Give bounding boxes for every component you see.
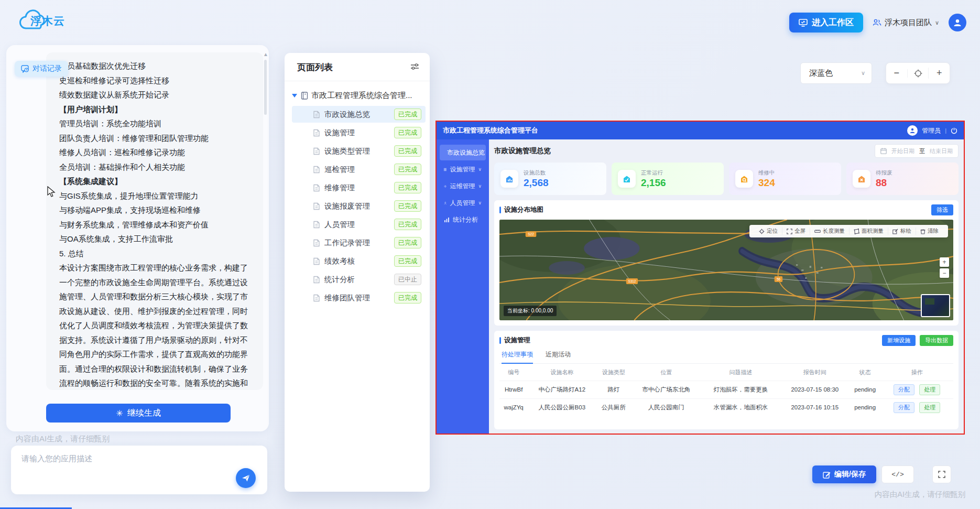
document-icon: [313, 257, 320, 265]
table-header-cell: 报告时间: [780, 365, 850, 381]
page-list-item[interactable]: 统计分析 已中止: [292, 271, 426, 288]
document-icon: [313, 239, 320, 247]
sidebar-item-facility[interactable]: 设施管理 ∨: [440, 161, 486, 177]
export-data-button[interactable]: 导出数据: [920, 335, 953, 346]
facility-map[interactable]: S22 S312 56 定位: [499, 220, 953, 320]
assign-button[interactable]: 分配: [894, 402, 914, 413]
page-list-item[interactable]: 绩效考核 已完成: [292, 253, 426, 269]
map-tool-plot[interactable]: 标绘: [888, 228, 916, 235]
continue-generate-label: 继续生成: [127, 408, 161, 419]
status-badge: 已完成: [394, 219, 421, 230]
ai-message-line: 【系统集成建议】: [59, 174, 254, 189]
status-badge: 已完成: [394, 109, 421, 120]
enter-workspace-button[interactable]: 进入工作区: [789, 13, 863, 33]
sparkle-icon: ✳: [116, 408, 123, 418]
chat-history-badge[interactable]: 对话记录: [15, 61, 68, 77]
page-list-item[interactable]: 设施报废管理 已完成: [292, 198, 426, 214]
app-stage: 浮木云 进入工作区 浮木项目团队 ∨: [0, 0, 980, 509]
map-filter-button[interactable]: 筛选: [931, 204, 953, 215]
page-list-item[interactable]: 巡检管理 已完成: [292, 161, 426, 178]
prompt-input[interactable]: [11, 446, 267, 494]
zoom-in-button[interactable]: +: [928, 68, 950, 79]
scrollbar-up-arrow[interactable]: ▲: [263, 51, 268, 57]
cell-type: 路灯: [596, 381, 631, 398]
page-list-title: 页面列表: [297, 61, 333, 73]
edit-icon: [823, 471, 831, 479]
panel-adjust-icon[interactable]: [410, 63, 419, 72]
map-tool-clear[interactable]: 清除: [916, 228, 943, 235]
page-list-panel: 页面列表 市政工程管理系统综合管理..: [285, 53, 430, 492]
map-zoom-in-button[interactable]: +: [940, 257, 949, 267]
user-avatar[interactable]: [949, 14, 966, 31]
preview-avatar[interactable]: [907, 125, 918, 136]
view-code-button[interactable]: </>: [881, 465, 914, 483]
zoom-out-button[interactable]: −: [886, 68, 907, 79]
sidebar-item-overview[interactable]: 市政设施总览: [440, 145, 486, 160]
assign-button[interactable]: 分配: [894, 384, 914, 395]
theme-select[interactable]: 深蓝色 ∨: [800, 62, 872, 84]
facility-scrap-icon: [853, 170, 870, 188]
handle-button[interactable]: 处理: [919, 402, 940, 413]
sidebar-item-operations[interactable]: 运维管理 ∨: [440, 178, 486, 194]
handle-button[interactable]: 处理: [919, 384, 940, 395]
calendar-icon: [880, 148, 887, 154]
stat-label: 正常运行: [641, 169, 666, 177]
tab-pending-items[interactable]: 待处理事项: [502, 350, 533, 364]
stat-card-scrap: 待报废 88: [846, 163, 959, 195]
preview-main: 市政设施管理总览 开始日期 至 结束日期: [489, 139, 964, 434]
ai-message-line: 【用户培训计划】: [59, 102, 254, 117]
user-icon: [953, 18, 962, 27]
stat-value: 324: [758, 177, 775, 189]
page-tree-root[interactable]: 市政工程管理系统综合管理...: [292, 86, 426, 104]
page-list-item[interactable]: 市政设施总览 已完成: [292, 106, 426, 123]
send-button[interactable]: [236, 468, 256, 488]
chevron-down-icon: ∨: [478, 183, 482, 189]
map-toolbar: 定位 全屏 长度测量 面积测量: [749, 225, 948, 237]
app-preview-frame[interactable]: 市政工程管理系统综合管理平台 管理员 |: [435, 121, 965, 435]
chevron-down-icon: ∨: [861, 70, 865, 77]
page-list-item[interactable]: 维修团队管理 已完成: [292, 289, 426, 306]
map-tool-locate[interactable]: 定位: [755, 228, 782, 235]
sidebar-item-personnel[interactable]: 人员管理 ∨: [440, 195, 486, 211]
map-tool-length-measure[interactable]: 长度测量: [810, 228, 849, 235]
page-list-item[interactable]: 维修管理 已完成: [292, 179, 426, 196]
page-tree-root-label: 市政工程管理系统综合管理...: [311, 91, 412, 101]
ai-message-line: 5. 总结: [59, 246, 254, 261]
map-tool-fullscreen[interactable]: 全屏: [782, 228, 810, 235]
end-date-field[interactable]: 结束日期: [930, 147, 953, 155]
edit-save-button[interactable]: 编辑/保存: [812, 465, 876, 483]
map-zoom-out-button[interactable]: −: [940, 268, 949, 278]
section-bar: [499, 337, 501, 344]
scrollbar-thumb[interactable]: [264, 60, 267, 115]
map-tool-area-measure[interactable]: 面积测量: [849, 228, 888, 235]
status-badge: 已完成: [394, 145, 421, 157]
page-list-item[interactable]: 人员管理 已完成: [292, 216, 426, 233]
table-header-cell: 状态: [850, 365, 881, 381]
cell-time: 2023-07-16 10:15: [780, 398, 850, 416]
start-date-field[interactable]: 开始日期: [891, 147, 914, 155]
page-list-item[interactable]: 设施类型管理 已完成: [292, 143, 426, 159]
preview-sidebar: 市政设施总览 设施管理 ∨: [437, 139, 489, 434]
add-facility-button[interactable]: 新增设施: [882, 335, 916, 346]
power-icon[interactable]: [951, 127, 957, 134]
ai-message-line: 全员培训：基础操作和个人相关功能: [59, 160, 254, 175]
document-icon: [313, 202, 320, 210]
svg-text:S312: S312: [628, 279, 636, 284]
ai-disclaimer: 内容由AI生成，请仔细甄别: [16, 434, 110, 444]
page-item-label: 巡检管理: [324, 165, 355, 175]
chevron-down-icon: ∨: [935, 19, 939, 26]
tab-recent-activity[interactable]: 近期活动: [546, 350, 571, 363]
minimap-thumbnail[interactable]: [921, 294, 950, 317]
edit-save-label: 编辑/保存: [834, 470, 866, 479]
zoom-reset-button[interactable]: [907, 69, 929, 78]
team-selector[interactable]: 浮木项目团队 ∨: [873, 18, 939, 28]
continue-generate-button[interactable]: ✳ 继续生成: [46, 404, 231, 423]
status-badge: 已完成: [394, 292, 421, 304]
sidebar-item-statistics[interactable]: 统计分析: [440, 212, 486, 228]
page-item-label: 设施类型管理: [324, 146, 370, 156]
page-list-item[interactable]: 工作记录管理 已完成: [292, 234, 426, 251]
page-list-item[interactable]: 设施管理 已完成: [292, 124, 426, 141]
date-range-picker[interactable]: 开始日期 至 结束日期: [875, 144, 959, 158]
fullscreen-button[interactable]: [932, 465, 951, 483]
mouse-cursor: [47, 186, 57, 198]
